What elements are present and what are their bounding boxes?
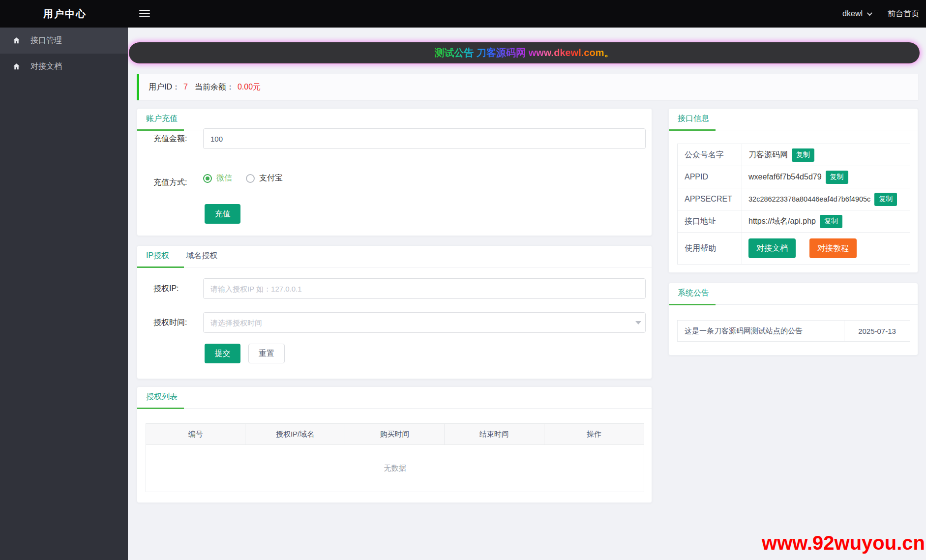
user-id-label: 用户ID： bbox=[149, 82, 180, 92]
table-row: 公众号名字 刀客源码网 复制 bbox=[678, 144, 910, 166]
column-header-ip-domain: 授权IP/域名 bbox=[245, 424, 345, 444]
api-info-table: 公众号名字 刀客源码网 复制 APPID wxeefaf6f7b54d5d79 … bbox=[677, 144, 910, 265]
active-tab-underline bbox=[137, 408, 184, 409]
sidebar-item-label: 对接文档 bbox=[30, 61, 62, 72]
radio-wechat[interactable]: 微信 bbox=[203, 173, 232, 183]
user-dropdown[interactable]: dkewl bbox=[842, 9, 871, 18]
tab-domain-auth[interactable]: 域名授权 bbox=[186, 251, 217, 261]
tutorial-link-button[interactable]: 对接教程 bbox=[809, 238, 857, 258]
username-label: dkewl bbox=[842, 9, 863, 18]
frontend-home-link[interactable]: 前台首页 bbox=[888, 9, 919, 19]
user-id-value: 7 bbox=[183, 83, 188, 91]
copy-button[interactable]: 复制 bbox=[826, 171, 848, 184]
column-header-id: 编号 bbox=[146, 424, 245, 444]
balance-value: 0.00元 bbox=[238, 82, 261, 92]
auth-ip-label: 授权IP: bbox=[153, 284, 179, 294]
notice-row: 这是一条刀客源码网测试站点的公告 2025-07-13 bbox=[677, 320, 910, 342]
radio-alipay[interactable]: 支付宝 bbox=[246, 173, 283, 183]
recharge-submit-button[interactable]: 充值 bbox=[205, 204, 240, 224]
system-notice-card: 系统公告 这是一条刀客源码网测试站点的公告 2025-07-13 bbox=[668, 283, 918, 355]
copy-button[interactable]: 复制 bbox=[820, 215, 842, 228]
home-icon bbox=[12, 62, 21, 71]
hamburger-menu-icon[interactable] bbox=[139, 10, 150, 18]
active-tab-underline bbox=[137, 266, 184, 268]
sidebar-item-docs[interactable]: 对接文档 bbox=[0, 54, 128, 80]
notice-date: 2025-07-13 bbox=[844, 321, 910, 341]
top-header: 用户中心 dkewl 前台首页 bbox=[0, 0, 926, 28]
doc-link-button[interactable]: 对接文档 bbox=[748, 238, 796, 258]
notice-content: 这是一条刀客源码网测试站点的公告 bbox=[678, 321, 844, 341]
sidebar-item-label: 接口管理 bbox=[30, 35, 62, 46]
header-right: dkewl 前台首页 bbox=[842, 0, 919, 28]
help-label: 使用帮助 bbox=[678, 233, 742, 264]
column-header-actions: 操作 bbox=[544, 424, 644, 444]
active-tab-underline bbox=[669, 304, 716, 305]
api-info-card-header: 接口信息 bbox=[669, 109, 918, 130]
table-row: APPSECRET 32c286223378a80446eaf4d7b6f490… bbox=[678, 188, 910, 210]
site-watermark: www.92wuyou.cn bbox=[762, 532, 925, 554]
scrolling-announcement-banner: 测试公告 刀客源码网 www.dkewl.com。 bbox=[129, 42, 920, 63]
radio-wechat-label: 微信 bbox=[216, 173, 232, 183]
tab-ip-auth[interactable]: IP授权 bbox=[146, 251, 169, 261]
authorize-tabs: IP授权 域名授权 bbox=[137, 246, 652, 267]
official-account-value: 刀客源码网 bbox=[748, 150, 788, 160]
auth-list-card: 授权列表 编号 授权IP/域名 购买时间 结束时间 操作 无数据 bbox=[137, 386, 652, 503]
auth-submit-button[interactable]: 提交 bbox=[205, 344, 240, 363]
system-notice-card-header: 系统公告 bbox=[669, 283, 918, 305]
page-title: 用户中心 bbox=[43, 0, 87, 28]
empty-table-placeholder: 无数据 bbox=[146, 445, 644, 492]
method-label: 充值方式: bbox=[153, 177, 187, 188]
recharge-card-title: 账户充值 bbox=[146, 114, 178, 124]
appsecret-label: APPSECRET bbox=[678, 188, 742, 210]
recharge-card-header: 账户充值 bbox=[137, 109, 652, 130]
appsecret-value: 32c286223378a80446eaf4d7b6f4905c bbox=[748, 195, 870, 203]
radio-unselected-icon bbox=[246, 174, 255, 183]
appid-value: wxeefaf6f7b54d5d79 bbox=[748, 173, 822, 181]
table-row: APPID wxeefaf6f7b54d5d79 复制 bbox=[678, 166, 910, 188]
official-account-label: 公众号名字 bbox=[678, 144, 742, 166]
auth-time-select[interactable] bbox=[203, 312, 646, 333]
copy-button[interactable]: 复制 bbox=[792, 148, 814, 162]
radio-selected-icon bbox=[203, 174, 212, 183]
user-center-page: 用户中心 dkewl 前台首页 接口管理 对接文档 测试公告 刀客源码网 www… bbox=[0, 0, 926, 560]
auth-ip-input[interactable] bbox=[203, 278, 646, 299]
home-icon bbox=[12, 36, 21, 45]
amount-label: 充值金额: bbox=[153, 134, 187, 144]
table-row: 接口地址 https://域名/api.php 复制 bbox=[678, 210, 910, 233]
sidebar: 接口管理 对接文档 bbox=[0, 28, 128, 560]
active-tab-underline bbox=[669, 129, 716, 131]
user-info-bar: 用户ID： 7 当前余额： 0.00元 bbox=[137, 74, 918, 100]
authorize-card: IP授权 域名授权 授权IP: 授权时间: 提交 重置 bbox=[137, 245, 652, 379]
column-header-buy-time: 购买时间 bbox=[345, 424, 445, 444]
active-tab-underline bbox=[137, 129, 184, 131]
api-url-value: https://域名/api.php bbox=[748, 216, 816, 227]
chevron-down-icon bbox=[867, 10, 872, 16]
auth-time-label: 授权时间: bbox=[153, 318, 187, 328]
appid-label: APPID bbox=[678, 166, 742, 188]
payment-method-radio-group: 微信 支付宝 bbox=[203, 173, 283, 183]
announcement-banner-text: 测试公告 刀客源码网 www.dkewl.com。 bbox=[435, 46, 614, 59]
auth-list-card-header: 授权列表 bbox=[137, 387, 652, 409]
system-notice-title: 系统公告 bbox=[678, 288, 709, 298]
api-info-card: 接口信息 公众号名字 刀客源码网 复制 APPID wxeefaf6f7b54d… bbox=[668, 108, 918, 273]
balance-label: 当前余额： bbox=[195, 82, 234, 92]
auth-table-header-row: 编号 授权IP/域名 购买时间 结束时间 操作 bbox=[146, 424, 644, 445]
copy-button[interactable]: 复制 bbox=[874, 193, 897, 206]
table-row: 使用帮助 对接文档 对接教程 bbox=[678, 233, 910, 264]
auth-list-title: 授权列表 bbox=[146, 392, 178, 402]
api-url-label: 接口地址 bbox=[678, 210, 742, 232]
column-header-end-time: 结束时间 bbox=[445, 424, 544, 444]
sidebar-item-api-manage[interactable]: 接口管理 bbox=[0, 28, 128, 54]
recharge-card: 账户充值 充值金额: 充值方式: 微信 支付宝 充值 bbox=[137, 108, 652, 236]
amount-input[interactable] bbox=[203, 128, 646, 149]
auth-reset-button[interactable]: 重置 bbox=[248, 344, 285, 363]
radio-alipay-label: 支付宝 bbox=[259, 173, 283, 183]
api-info-title: 接口信息 bbox=[678, 114, 709, 124]
auth-list-table: 编号 授权IP/域名 购买时间 结束时间 操作 无数据 bbox=[146, 423, 644, 492]
